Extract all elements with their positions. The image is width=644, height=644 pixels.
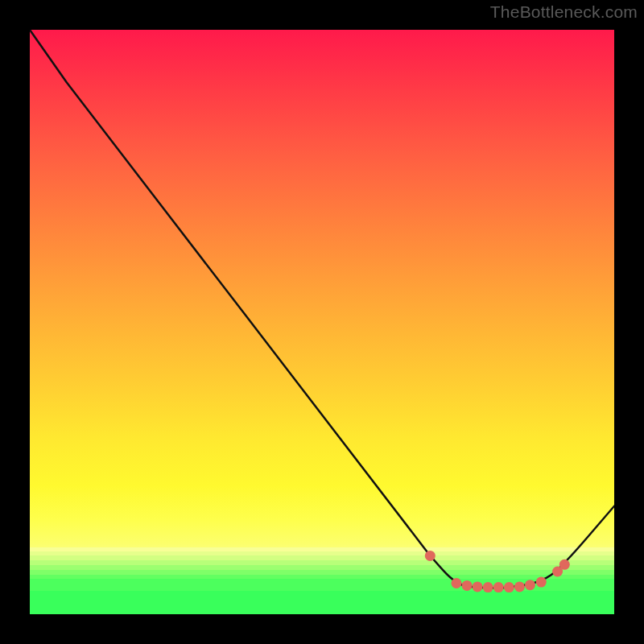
marker-dot — [504, 582, 514, 592]
plot-area — [30, 30, 614, 614]
chart-svg — [30, 30, 614, 614]
marker-dot — [493, 582, 504, 592]
marker-dot — [473, 581, 483, 592]
marker-dot — [525, 580, 535, 590]
marker-dot — [483, 582, 493, 592]
watermark-text: TheBottleneck.com — [490, 2, 638, 22]
marker-dot — [462, 580, 473, 591]
marker-dot — [559, 559, 570, 570]
marker-dot — [451, 578, 461, 588]
chart-stage: TheBottleneck.com — [0, 0, 644, 644]
marker-dot — [536, 577, 547, 588]
marker-group — [425, 551, 570, 592]
curve-line — [30, 30, 614, 588]
marker-dot — [425, 551, 436, 561]
marker-dot — [514, 581, 525, 592]
